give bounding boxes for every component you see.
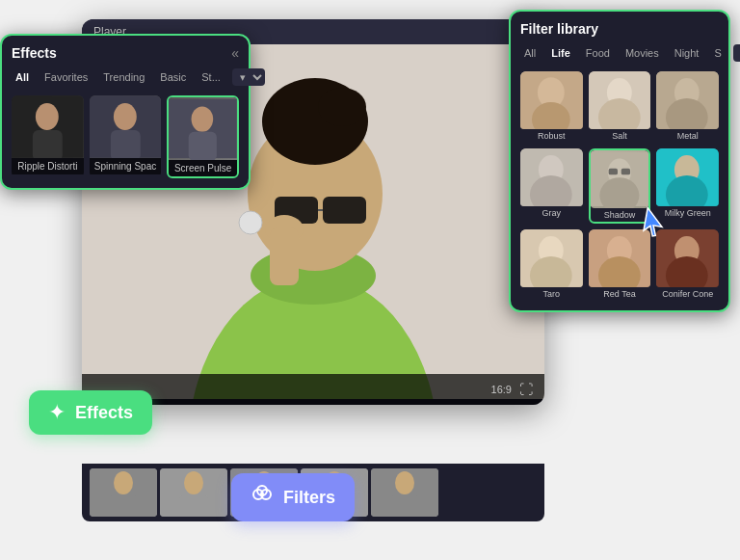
svg-point-32 xyxy=(114,103,137,130)
filter-metal-label: Metal xyxy=(656,129,719,143)
filter-shadow-label: Shadow xyxy=(591,208,649,222)
filter-salt-thumb xyxy=(589,71,651,129)
effect-spinning[interactable]: Spinning Spac xyxy=(90,95,162,178)
svg-point-14 xyxy=(114,471,133,494)
svg-point-35 xyxy=(192,106,214,131)
effect-ripple-thumb xyxy=(12,95,84,158)
filter-grid: Robust Salt Metal xyxy=(520,71,719,301)
svg-rect-52 xyxy=(608,169,617,175)
svg-rect-30 xyxy=(33,130,63,158)
filter-shadow-thumb xyxy=(591,150,649,208)
effect-ripple-label: Ripple Distorti xyxy=(12,158,84,174)
timeline-thumb-2 xyxy=(160,468,227,517)
effects-panel-title: Effects xyxy=(12,45,57,61)
effect-screenpulse-thumb xyxy=(169,97,237,160)
effects-grid: Ripple Distorti Spinning Spac Screen P xyxy=(12,95,239,178)
filter-gray-thumb xyxy=(520,148,583,206)
effects-panel-collapse[interactable]: « xyxy=(231,45,239,61)
filter-robust[interactable]: Robust xyxy=(520,71,583,143)
filter-panel: Filter library All Life Food Movies Nigh… xyxy=(509,10,730,312)
filters-badge-icon xyxy=(251,483,274,512)
filter-tab-dropdown[interactable]: ▾ xyxy=(733,44,740,62)
filter-panel-header: Filter library xyxy=(520,21,719,37)
effects-badge-text: Effects xyxy=(75,403,133,423)
svg-rect-53 xyxy=(621,169,629,175)
filter-red-tea-label: Red Tea xyxy=(589,287,651,301)
effects-panel-header: Effects « xyxy=(12,45,239,61)
effects-tab-st[interactable]: St... xyxy=(198,69,225,85)
timeline-thumb-5 xyxy=(371,468,438,517)
filters-badge-text: Filters xyxy=(283,488,335,508)
expand-icon[interactable]: ⛶ xyxy=(519,382,533,397)
filter-robust-thumb xyxy=(520,71,583,129)
svg-rect-8 xyxy=(323,197,366,224)
svg-rect-12 xyxy=(270,227,299,285)
effects-tabs: All Favorites Trending Basic St... ▾ xyxy=(12,68,239,86)
effects-badge-icon: ✦ xyxy=(48,400,66,425)
filter-tab-night[interactable]: Night xyxy=(671,45,703,61)
filter-taro-thumb xyxy=(520,229,583,287)
svg-point-10 xyxy=(239,211,262,234)
filter-taro[interactable]: Taro xyxy=(520,229,583,301)
filter-panel-title: Filter library xyxy=(520,21,598,37)
filter-tab-s[interactable]: S xyxy=(710,45,725,61)
filter-taro-label: Taro xyxy=(520,287,583,301)
filter-conifer-cone[interactable]: Conifer Cone xyxy=(656,229,719,301)
filter-tab-movies[interactable]: Movies xyxy=(621,45,663,61)
svg-marker-66 xyxy=(643,208,665,238)
filter-gray-label: Gray xyxy=(520,206,583,220)
effect-screenpulse[interactable]: Screen Pulse xyxy=(167,95,239,178)
filter-tab-food[interactable]: Food xyxy=(582,45,614,61)
filter-robust-label: Robust xyxy=(520,129,583,143)
filter-metal-thumb xyxy=(656,71,719,129)
effects-tab-all[interactable]: All xyxy=(12,69,33,85)
timeline-thumb-1 xyxy=(90,468,157,517)
filter-tab-all[interactable]: All xyxy=(520,45,540,61)
filter-tab-life[interactable]: Life xyxy=(547,45,574,61)
svg-rect-18 xyxy=(179,495,208,517)
svg-point-26 xyxy=(395,471,414,494)
effects-tab-favorites[interactable]: Favorites xyxy=(40,69,92,85)
filter-metal[interactable]: Metal xyxy=(656,71,719,143)
filters-badge[interactable]: Filters xyxy=(231,473,355,521)
effects-tab-basic[interactable]: Basic xyxy=(156,69,190,85)
effects-panel: Effects « All Favorites Trending Basic S… xyxy=(0,34,251,190)
filter-conifer-cone-label: Conifer Cone xyxy=(656,287,719,301)
effect-spinning-thumb xyxy=(90,95,162,158)
svg-rect-27 xyxy=(390,495,419,517)
effect-screenpulse-label: Screen Pulse xyxy=(169,160,237,176)
svg-rect-15 xyxy=(109,495,138,517)
svg-rect-33 xyxy=(111,130,141,158)
effects-tab-dropdown[interactable]: ▾ xyxy=(232,68,265,86)
filter-milky-green-thumb xyxy=(656,148,719,206)
effects-tab-trending[interactable]: Trending xyxy=(99,69,148,85)
filter-gray[interactable]: Gray xyxy=(520,148,583,224)
svg-point-29 xyxy=(36,103,59,130)
svg-rect-36 xyxy=(189,132,217,160)
effect-spinning-label: Spinning Spac xyxy=(90,158,162,174)
filter-conifer-cone-thumb xyxy=(656,229,719,287)
filter-tabs: All Life Food Movies Night S ▾ xyxy=(520,44,719,62)
effect-ripple[interactable]: Ripple Distorti xyxy=(12,95,84,178)
filter-salt-label: Salt xyxy=(589,129,651,143)
effects-badge[interactable]: ✦ Effects xyxy=(29,390,152,435)
svg-point-6 xyxy=(318,88,366,126)
svg-point-17 xyxy=(184,471,203,494)
filter-shadow[interactable]: Shadow xyxy=(589,148,651,224)
filter-salt[interactable]: Salt xyxy=(589,71,651,143)
ratio-badge[interactable]: 16:9 xyxy=(491,384,512,395)
